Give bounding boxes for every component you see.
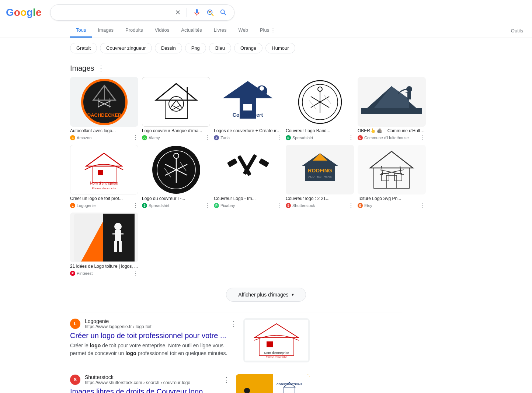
voice-search-button[interactable] bbox=[192, 8, 202, 17]
source-more-icon[interactable]: ⋮ bbox=[276, 134, 282, 141]
source-more-icon[interactable]: ⋮ bbox=[132, 202, 138, 209]
image-card[interactable]: Logo couvreur Banque d'ima... A Alamy ⋮ bbox=[142, 77, 210, 141]
image-thumbnail bbox=[286, 77, 354, 127]
tab-actualites[interactable]: Actualités bbox=[175, 24, 208, 38]
image-card[interactable]: Couvreur Logo - Im... P Pixabay ⋮ bbox=[214, 145, 282, 209]
svg-point-14 bbox=[169, 97, 184, 111]
image-thumbnail bbox=[70, 213, 138, 262]
image-caption: OBER👆 🪨 – Commune d'Hultethouse bbox=[358, 128, 426, 133]
tab-images[interactable]: Images bbox=[92, 24, 119, 38]
image-card[interactable]: Toiture Logo Svg Pn... E Etsy ⋮ bbox=[358, 145, 426, 209]
svg-rect-77 bbox=[119, 241, 122, 252]
search-icon bbox=[219, 8, 227, 17]
result-item: L Logogenie https://www.logogenie.fr › l… bbox=[70, 312, 310, 368]
site-info: Logogenie https://www.logogenie.fr › log… bbox=[85, 318, 152, 329]
image-source: P Pixabay ⋮ bbox=[214, 202, 282, 209]
svg-rect-65 bbox=[386, 175, 397, 188]
source-more-icon[interactable]: ⋮ bbox=[348, 134, 354, 141]
image-thumbnail: DACHDECKER bbox=[70, 77, 138, 127]
nav-tabs: Tous Images Produits Vidéos Actualités L… bbox=[0, 21, 532, 38]
image-source: L Logogenie ⋮ bbox=[70, 202, 138, 209]
search-submit-button[interactable] bbox=[219, 8, 228, 17]
close-icon: ✕ bbox=[175, 8, 181, 17]
image-caption: Couvreur logo : 2 21... bbox=[286, 196, 354, 201]
svg-rect-40 bbox=[92, 166, 116, 183]
svg-rect-41 bbox=[98, 170, 103, 175]
tab-tous[interactable]: Tous bbox=[70, 24, 92, 38]
source-more-icon[interactable]: ⋮ bbox=[204, 134, 210, 141]
source-more-icon[interactable]: ⋮ bbox=[420, 202, 426, 209]
svg-rect-81 bbox=[267, 341, 273, 347]
svg-rect-62 bbox=[374, 168, 409, 188]
chip-gratuit[interactable]: Gratuit bbox=[70, 43, 97, 53]
image-thumbnail bbox=[214, 145, 282, 194]
image-caption: Logos de couverture + Créateur d... bbox=[214, 128, 282, 133]
image-card[interactable]: Nom d'entreprise Phrase d'accroche Créer… bbox=[70, 145, 138, 209]
tab-livres[interactable]: Livres bbox=[208, 24, 233, 38]
chip-png[interactable]: Png bbox=[185, 43, 206, 53]
image-card[interactable]: OBER👆 🪨 – Commune d'Hultethouse C Commun… bbox=[358, 77, 426, 141]
source-icon: P bbox=[214, 203, 219, 208]
google-logo[interactable]: Google bbox=[6, 7, 41, 18]
lens-icon bbox=[206, 8, 214, 17]
section-options-icon[interactable]: ⋮ bbox=[97, 64, 105, 73]
image-search-button[interactable] bbox=[205, 8, 215, 17]
tools-button[interactable]: Outils bbox=[511, 28, 532, 34]
chip-orange[interactable]: Orange bbox=[234, 43, 262, 53]
source-icon: S bbox=[286, 135, 291, 140]
result-thumbnail[interactable]: Roofer. CONSTRUCTIONS COMPANY company na… bbox=[236, 374, 310, 393]
svg-text:CONSTRUCTIONS: CONSTRUCTIONS bbox=[277, 383, 302, 386]
tab-plus[interactable]: Plus ⋮ bbox=[254, 24, 281, 38]
tab-web[interactable]: Web bbox=[232, 24, 254, 38]
image-thumbnail bbox=[358, 145, 426, 194]
header: Google logo couvreur ✕ bbox=[0, 0, 532, 21]
source-more-icon[interactable]: ⋮ bbox=[132, 134, 138, 141]
result-title[interactable]: Images libres de droits de Couvreur logo bbox=[70, 387, 230, 393]
image-caption: 21 idées de Logo toiture | logos, ... bbox=[70, 264, 138, 269]
svg-rect-55 bbox=[258, 158, 269, 167]
images-section: Images ⋮ DACHDECKER Autocollant avec log… bbox=[0, 58, 442, 277]
result-with-thumb: S Shutterstock https://www.shutterstock.… bbox=[70, 374, 310, 393]
tab-videos[interactable]: Vidéos bbox=[149, 24, 175, 38]
result-more-icon[interactable]: ⋮ bbox=[230, 319, 237, 328]
image-card[interactable]: Couvrexpert Logos de couverture + Créate… bbox=[214, 77, 282, 141]
source-more-icon[interactable]: ⋮ bbox=[132, 270, 138, 277]
chip-humour[interactable]: Humour bbox=[265, 43, 295, 53]
image-card[interactable]: 21 idées de Logo toiture | logos, ... P … bbox=[70, 213, 138, 277]
chip-couvreur-zingueur[interactable]: Couvreur zingueur bbox=[100, 43, 152, 53]
search-results: L Logogenie https://www.logogenie.fr › l… bbox=[0, 312, 332, 393]
result-more-icon[interactable]: ⋮ bbox=[223, 375, 230, 384]
image-card[interactable]: ROOFING ADD TEXT HERE Couvreur logo : 2 … bbox=[286, 145, 354, 209]
source-more-icon[interactable]: ⋮ bbox=[276, 202, 282, 209]
source-more-icon[interactable]: ⋮ bbox=[204, 202, 210, 209]
result-header: S Shutterstock https://www.shutterstock.… bbox=[70, 374, 230, 385]
site-favicon: L bbox=[70, 319, 80, 329]
image-card[interactable]: Logo du couvreur T-... S Spreadshirt ⋮ bbox=[142, 145, 210, 209]
image-caption: Couvreur Logo Band... bbox=[286, 128, 354, 133]
svg-rect-74 bbox=[115, 230, 121, 241]
tab-produits[interactable]: Produits bbox=[119, 24, 149, 38]
svg-marker-61 bbox=[370, 151, 413, 168]
result-title[interactable]: Créer un logo de toit professionnel pour… bbox=[70, 331, 237, 340]
svg-rect-21 bbox=[243, 104, 252, 110]
source-icon: E bbox=[358, 203, 363, 208]
search-input[interactable]: logo couvreur bbox=[56, 9, 171, 16]
svg-line-15 bbox=[171, 100, 176, 108]
image-caption: Toiture Logo Svg Pn... bbox=[358, 196, 426, 201]
image-card[interactable]: DACHDECKER Autocollant avec logo... a Am… bbox=[70, 77, 138, 141]
result-thumbnail[interactable]: Nom d'entreprise Phrase d'accroche bbox=[243, 318, 310, 362]
svg-rect-38 bbox=[361, 108, 422, 114]
clear-button[interactable]: ✕ bbox=[174, 8, 181, 17]
source-more-icon[interactable]: ⋮ bbox=[348, 202, 354, 209]
divider bbox=[187, 8, 187, 17]
svg-text:ROOFING: ROOFING bbox=[308, 168, 332, 173]
show-more-container: Afficher plus d'images ▾ bbox=[0, 280, 532, 309]
svg-rect-53 bbox=[227, 158, 237, 167]
image-card[interactable]: Couvreur Logo Band... S Spreadshirt ⋮ bbox=[286, 77, 354, 141]
source-more-icon[interactable]: ⋮ bbox=[420, 134, 426, 141]
chevron-down-icon: ▾ bbox=[292, 292, 294, 297]
chip-dessin[interactable]: Dessin bbox=[155, 43, 182, 53]
svg-text:Phrase d'accroche: Phrase d'accroche bbox=[266, 356, 287, 358]
show-more-button[interactable]: Afficher plus d'images ▾ bbox=[226, 288, 306, 302]
chip-bleu[interactable]: Bleu bbox=[209, 43, 231, 53]
